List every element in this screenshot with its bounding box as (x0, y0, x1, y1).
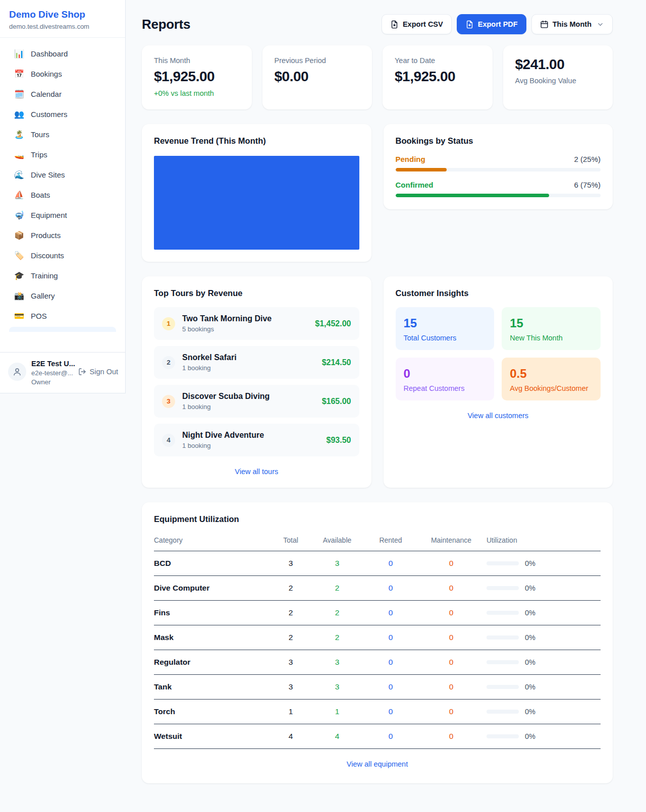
export-csv-label: Export CSV (403, 20, 443, 28)
tile-repeat-customers: 0 Repeat Customers (396, 358, 495, 400)
tile-label: Total Customers (404, 334, 487, 342)
tile-new-this-month: 15 New This Month (502, 307, 601, 350)
sidebar-nav: 📊 Dashboard 📅 Bookings 🗓️ Calendar 👥 Cus… (0, 38, 125, 352)
stat-card-this-month: This Month $1,925.00 +0% vs last month (142, 45, 252, 109)
sign-out-button[interactable]: Sign Out (78, 368, 118, 376)
page-title: Reports (142, 17, 190, 32)
main-content: Reports Export CSV Export PDF This Month… (126, 0, 646, 803)
sidebar-user-footer: E2E Test U... e2e-tester@... Owner Sign … (0, 352, 125, 393)
stat-card-previous-period: Previous Period $0.00 (262, 45, 372, 109)
file-download-icon (465, 20, 474, 29)
sidebar-header: Demo Dive Shop demo.test.divestreams.com (0, 0, 125, 38)
sidebar-item-bookings[interactable]: 📅 Bookings (5, 64, 120, 84)
sidebar-item-discounts[interactable]: 🏷️ Discounts (5, 246, 120, 265)
revenue-trend-title: Revenue Trend (This Month) (154, 136, 359, 146)
column-header: Utilization (487, 531, 601, 551)
export-pdf-label: Export PDF (478, 20, 518, 28)
sidebar-item-dive-sites[interactable]: 🌊 Dive Sites (5, 165, 120, 185)
tour-name: Night Dive Adventure (182, 431, 264, 440)
tour-bookings: 5 bookings (182, 325, 272, 333)
tile-avg-bookings-customer: 0.5 Avg Bookings/Customer (502, 358, 601, 400)
sidebar-item-customers[interactable]: 👥 Customers (5, 104, 120, 124)
avatar (8, 363, 26, 381)
utilization-bar (487, 561, 519, 565)
sidebar-item-trips[interactable]: 🚤 Trips (5, 145, 120, 164)
customer-insights-title: Customer Insights (396, 288, 601, 298)
sidebar-item-label: Customers (31, 110, 68, 119)
stat-value: $0.00 (275, 69, 360, 85)
table-row: Mask 2 2 0 0 0% (154, 625, 601, 650)
utilization-bar (487, 611, 519, 615)
sidebar-item-label: Discounts (31, 251, 64, 260)
shop-name: Demo Dive Shop (9, 9, 116, 20)
table-header-row: Category Total Available Rented Maintena… (154, 531, 601, 551)
table-row: Regulator 3 3 0 0 0% (154, 650, 601, 675)
tile-label: New This Month (510, 334, 593, 342)
graduation-cap-icon: 🎓 (14, 271, 24, 280)
sidebar: Demo Dive Shop demo.test.divestreams.com… (0, 0, 126, 393)
tile-value: 0 (404, 367, 487, 381)
sidebar-item-boats[interactable]: ⛵ Boats (5, 185, 120, 205)
island-icon: 🏝️ (14, 130, 24, 139)
sidebar-item-active-partial[interactable] (9, 327, 116, 332)
bookings-calendar-icon: 📅 (14, 69, 24, 79)
sailboat-icon: ⛵ (14, 190, 24, 200)
tile-label: Avg Bookings/Customer (510, 384, 593, 392)
view-all-equipment-link[interactable]: View all equipment (154, 760, 601, 768)
rank-badge: 4 (162, 434, 175, 447)
user-meta: E2E Test U... e2e-tester@... Owner (31, 360, 73, 386)
progress-fill (396, 168, 447, 171)
insight-tiles: 15 Total Customers 15 New This Month 0 R… (396, 307, 601, 400)
sidebar-item-label: Trips (31, 150, 47, 159)
sidebar-item-pos[interactable]: 💳 POS (5, 306, 120, 326)
view-all-customers-link[interactable]: View all customers (396, 412, 601, 420)
column-header: Rented (365, 531, 416, 551)
revenue-trend-card: Revenue Trend (This Month) (142, 124, 371, 262)
sidebar-item-training[interactable]: 🎓 Training (5, 266, 120, 285)
stat-value: $1,925.00 (154, 69, 240, 85)
export-pdf-button[interactable]: Export PDF (457, 14, 526, 34)
sidebar-item-label: Bookings (31, 70, 62, 78)
stat-delta: +0% vs last month (154, 89, 240, 97)
export-csv-button[interactable]: Export CSV (382, 14, 452, 34)
top-tours-card: Top Tours by Revenue 1 Two Tank Morning … (142, 276, 371, 488)
sign-out-icon (78, 368, 86, 376)
sidebar-item-gallery[interactable]: 📸 Gallery (5, 286, 120, 306)
rank-badge: 1 (162, 317, 175, 330)
utilization-bar (487, 635, 519, 640)
progress-fill (396, 194, 550, 197)
period-selector[interactable]: This Month (531, 14, 613, 34)
tour-bookings: 1 booking (182, 442, 264, 449)
status-count: 2 (25%) (574, 155, 601, 163)
wave-icon: 🌊 (14, 170, 24, 180)
dashboard-icon: 📊 (14, 49, 24, 59)
table-row: Torch 1 1 0 0 0% (154, 700, 601, 724)
period-selector-value: This Month (553, 20, 591, 28)
stat-card-avg-booking-value: $241.00 Avg Booking Value (503, 45, 613, 109)
shop-domain: demo.test.divestreams.com (9, 23, 116, 30)
bookings-by-status-title: Bookings by Status (396, 136, 601, 146)
speedboat-icon: 🚤 (14, 150, 24, 159)
top-tours-title: Top Tours by Revenue (154, 288, 359, 298)
status-row-confirmed: Confirmed 6 (75%) (396, 181, 601, 197)
sidebar-item-label: Dashboard (31, 49, 68, 58)
user-email: e2e-tester@... (31, 369, 73, 377)
sidebar-item-label: Products (31, 231, 61, 240)
sidebar-item-tours[interactable]: 🏝️ Tours (5, 125, 120, 144)
sidebar-item-calendar[interactable]: 🗓️ Calendar (5, 84, 120, 104)
view-all-tours-link[interactable]: View all tours (154, 468, 359, 476)
column-header: Total (273, 531, 309, 551)
stat-value: $241.00 (515, 56, 601, 73)
tour-revenue: $1,452.00 (315, 319, 351, 328)
status-count: 6 (75%) (574, 181, 601, 189)
sidebar-item-products[interactable]: 📦 Products (5, 225, 120, 245)
tag-icon: 🏷️ (14, 251, 24, 260)
list-item: 4 Night Dive Adventure 1 booking $93.50 (154, 424, 359, 456)
sidebar-item-label: Training (31, 271, 58, 280)
tile-value: 15 (510, 316, 593, 330)
sidebar-item-equipment[interactable]: 🤿 Equipment (5, 205, 120, 225)
bookings-by-status-card: Bookings by Status Pending 2 (25%) Confi… (384, 124, 613, 209)
user-name: E2E Test U... (31, 360, 73, 368)
sidebar-item-dashboard[interactable]: 📊 Dashboard (5, 44, 120, 64)
status-row-pending: Pending 2 (25%) (396, 155, 601, 171)
